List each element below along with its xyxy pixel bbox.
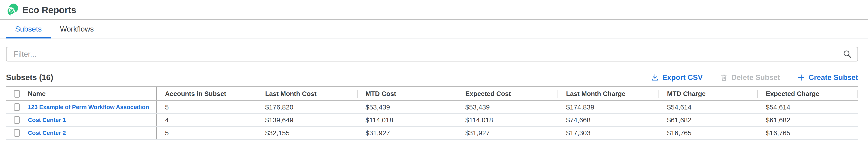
subset-name-link[interactable]: Cost Center 2 [28, 130, 66, 136]
row-checkbox-cell [6, 101, 22, 113]
table-row: 123 Example of Perm Workflow Association… [6, 101, 858, 114]
section-title: Subsets (16) [6, 73, 53, 82]
accounts-cell: 5 [156, 101, 257, 113]
row-checkbox[interactable] [14, 103, 20, 111]
trash-icon [720, 73, 728, 82]
subset-name-link[interactable]: Cost Center 1 [28, 117, 66, 123]
accounts-cell: 5 [156, 127, 257, 139]
subset-name-cell: Cost Center 1 [22, 114, 156, 126]
column-header-expected-charge[interactable]: Expected Charge [757, 87, 858, 100]
row-checkbox[interactable] [14, 129, 20, 137]
export-csv-button[interactable]: Export CSV [651, 73, 703, 82]
expected-cost-cell: $53,439 [457, 101, 558, 113]
section-header: Subsets (16) Export CSV Delete Subset [6, 73, 858, 82]
row-checkbox-cell [6, 127, 22, 139]
export-csv-label: Export CSV [662, 73, 703, 82]
last-month-charge-cell: $74,668 [558, 114, 659, 126]
tab-subsets-label: Subsets [15, 25, 42, 33]
download-icon [651, 73, 659, 82]
delete-subset-button[interactable]: Delete Subset [720, 73, 780, 82]
plus-icon [797, 73, 805, 82]
column-header-name[interactable]: Name [22, 87, 156, 100]
column-header-accounts[interactable]: Accounts in Subset [156, 87, 257, 100]
expected-cost-cell: $31,927 [457, 127, 558, 139]
last-month-charge-cell: $174,839 [558, 101, 659, 113]
expected-charge-cell: $61,682 [757, 114, 858, 126]
last-month-cost-cell: $176,820 [257, 101, 357, 113]
table-body: 123 Example of Perm Workflow Association… [6, 101, 858, 140]
mtd-charge-cell: $16,765 [659, 127, 757, 139]
table-header-row: Name Accounts in Subset Last Month Cost … [6, 86, 858, 101]
column-header-last-month-cost[interactable]: Last Month Cost [257, 87, 357, 100]
table-row: Cost Center 1 4 $139,649 $114,018 $114,0… [6, 114, 858, 127]
select-all-cell [6, 87, 22, 100]
create-subset-label: Create Subset [809, 73, 858, 82]
column-header-last-month-charge[interactable]: Last Month Charge [558, 87, 659, 100]
subsets-table: Name Accounts in Subset Last Month Cost … [6, 86, 858, 140]
accounts-cell: 4 [156, 114, 257, 126]
tab-subsets[interactable]: Subsets [6, 20, 51, 38]
subset-name-cell: Cost Center 2 [22, 127, 156, 139]
last-month-charge-cell: $17,303 [558, 127, 659, 139]
table-row: Cost Center 2 5 $32,155 $31,927 $31,927 … [6, 127, 858, 140]
subset-name-cell: 123 Example of Perm Workflow Association [22, 101, 156, 113]
filter-input[interactable] [6, 47, 858, 62]
row-checkbox[interactable] [14, 116, 20, 124]
search-icon [842, 49, 852, 59]
column-header-mtd-charge[interactable]: MTD Charge [659, 87, 757, 100]
page-title: Eco Reports [22, 4, 76, 15]
last-month-cost-cell: $32,155 [257, 127, 357, 139]
mtd-charge-cell: $61,682 [659, 114, 757, 126]
mtd-cost-cell: $31,927 [357, 127, 457, 139]
tab-workflows[interactable]: Workflows [51, 20, 103, 38]
column-header-mtd-cost[interactable]: MTD Cost [357, 87, 457, 100]
subset-name-link[interactable]: 123 Example of Perm Workflow Association [28, 104, 149, 110]
tab-bar: Subsets Workflows [0, 20, 868, 38]
select-all-checkbox[interactable] [14, 90, 20, 98]
mtd-cost-cell: $114,018 [357, 114, 457, 126]
expected-charge-cell: $54,614 [757, 101, 858, 113]
delete-subset-label: Delete Subset [731, 73, 780, 82]
last-month-cost-cell: $139,649 [257, 114, 357, 126]
column-header-expected-cost[interactable]: Expected Cost [457, 87, 558, 100]
filter-bar [6, 47, 858, 62]
create-subset-button[interactable]: Create Subset [797, 73, 858, 82]
eco-logo-icon [6, 3, 19, 16]
app-header: Eco Reports [0, 0, 868, 20]
mtd-cost-cell: $53,439 [357, 101, 457, 113]
row-checkbox-cell [6, 114, 22, 126]
expected-charge-cell: $16,765 [757, 127, 858, 139]
table-actions: Export CSV Delete Subset Create Subset [651, 73, 858, 82]
tab-workflows-label: Workflows [60, 25, 94, 33]
mtd-charge-cell: $54,614 [659, 101, 757, 113]
expected-cost-cell: $114,018 [457, 114, 558, 126]
